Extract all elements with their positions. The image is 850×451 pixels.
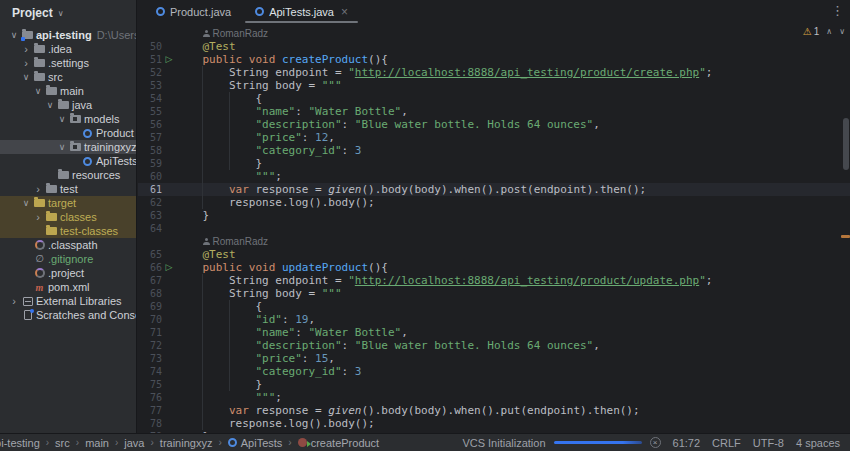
chevron-collapsed-icon[interactable]: › (8, 295, 20, 307)
editor-scrollbar[interactable] (843, 118, 849, 170)
line-number: 75 (138, 379, 162, 390)
code-line[interactable]: 56 "description": "Blue water bottle. Ho… (138, 118, 850, 131)
breadcrumb-src[interactable]: src (55, 437, 70, 449)
code-line[interactable]: 55 "name": "Water Bottle", (138, 105, 850, 118)
run-test-icon[interactable]: ▷ (162, 261, 176, 274)
run-test-icon[interactable]: ▷ (162, 53, 176, 66)
vcs-progress-widget[interactable]: VCS Initialization × (462, 437, 660, 449)
tree-item-classes[interactable]: ›classes (0, 210, 136, 224)
encoding-widget[interactable]: UTF-8 (753, 437, 784, 449)
code-line[interactable]: 60 """; (138, 170, 850, 183)
tree-item-trainingxyz[interactable]: ∨trainingxyz (0, 140, 136, 154)
caret-position-widget[interactable]: 61:72 (673, 437, 701, 449)
code-line[interactable]: 77 var response = given().body(body).whe… (138, 404, 850, 417)
close-icon[interactable]: × (341, 5, 348, 19)
breadcrumb-java[interactable]: java (124, 437, 144, 449)
tree-item-product[interactable]: Product (0, 126, 136, 140)
code-line[interactable]: 74 "category_id": 3 (138, 365, 850, 378)
tree-item-src[interactable]: ∨src (0, 70, 136, 84)
code-line[interactable]: 62 response.log().body(); (138, 196, 850, 209)
line-ending-widget[interactable]: CRLF (712, 437, 741, 449)
tree-item-apitests[interactable]: ApiTests (0, 154, 136, 168)
tree-item-api-testing[interactable]: ∨api-testingD:\Users\User\e (0, 28, 136, 42)
chevron-expanded-icon[interactable]: ∨ (56, 114, 68, 124)
chevron-collapsed-icon[interactable]: › (20, 43, 32, 55)
code-line[interactable]: 72 "description": "Blue water bottle. Ho… (138, 339, 850, 352)
inspections-widget[interactable]: ⚠ 1 ∧ ∨ (803, 26, 845, 37)
tree-item-scratches-and-consoles[interactable]: Scratches and Consoles (0, 308, 136, 322)
code-line[interactable]: 61 var response = given().body(body).whe… (138, 183, 850, 196)
code-line[interactable]: 68 String body = """ (138, 287, 850, 300)
chevron-expanded-icon[interactable]: ∨ (32, 86, 44, 96)
tree-item-test[interactable]: ›test (0, 182, 136, 196)
tree-item-project[interactable]: .project (0, 266, 136, 280)
tree-item-test-classes[interactable]: test-classes (0, 224, 136, 238)
tab-apitests-java[interactable]: ApiTests.java× (243, 0, 360, 23)
breadcrumb-createproduct[interactable]: createProduct (298, 437, 379, 449)
tree-item-main[interactable]: ∨main (0, 84, 136, 98)
chevron-expanded-icon[interactable]: ∨ (20, 198, 32, 208)
code-line[interactable]: 71 "name": "Water Bottle", (138, 326, 850, 339)
more-options-icon[interactable]: ⋮ (831, 3, 844, 18)
code-area[interactable]: RomanRadz50 @Test51▷ public void createP… (138, 23, 850, 433)
code-line[interactable]: 53 String body = """ (138, 79, 850, 92)
code-line[interactable]: 78 response.log().body(); (138, 417, 850, 430)
next-issue-icon[interactable]: ∨ (839, 27, 845, 36)
code-line[interactable]: 76 """; (138, 391, 850, 404)
folder-icon (46, 185, 57, 193)
breadcrumb-trainingxyz[interactable]: trainingxyz (160, 437, 213, 449)
code-line[interactable]: 58 "category_id": 3 (138, 144, 850, 157)
scrollbar-change-mark[interactable] (841, 235, 850, 238)
indent-widget[interactable]: 4 spaces (796, 437, 840, 449)
breadcrumb-api-testing[interactable]: api-testing (0, 437, 40, 449)
tab-product-java[interactable]: Product.java (144, 0, 243, 23)
chevron-expanded-icon[interactable]: ∨ (56, 142, 68, 152)
tree-item-external-libraries[interactable]: ›External Libraries (0, 294, 136, 308)
folder-icon (46, 227, 57, 235)
code-line[interactable]: 73 "price": 15, (138, 352, 850, 365)
chevron-collapsed-icon[interactable]: › (32, 183, 44, 195)
code-line[interactable]: 54 { (138, 92, 850, 105)
warning-indicator[interactable]: ⚠ 1 (803, 26, 820, 37)
code-line[interactable]: 75 } (138, 378, 850, 391)
tree-item-target[interactable]: ∨target (0, 196, 136, 210)
cancel-progress-icon[interactable]: × (650, 437, 661, 448)
tree-item-classpath[interactable]: .classpath (0, 238, 136, 252)
chevron-expanded-icon[interactable]: ∨ (20, 72, 32, 82)
tree-item-models[interactable]: ∨models (0, 112, 136, 126)
project-panel-header[interactable]: Project ∨ (0, 0, 136, 26)
previous-issue-icon[interactable]: ∧ (826, 27, 832, 36)
chevron-expanded-icon[interactable]: ∨ (8, 30, 20, 40)
code-line[interactable]: 65 @Test (138, 248, 850, 261)
code-line[interactable]: 52 String endpoint = "http://localhost:8… (138, 66, 850, 79)
author-annotation[interactable]: RomanRadz (203, 28, 269, 39)
code-line[interactable]: 64 (138, 222, 850, 235)
tree-item-pom-xml[interactable]: mpom.xml (0, 280, 136, 294)
tree-item-resources[interactable]: resources (0, 168, 136, 182)
chevron-expanded-icon[interactable]: ∨ (44, 100, 56, 110)
author-annotation[interactable]: RomanRadz (203, 236, 269, 247)
code-line[interactable]: 63 } (138, 209, 850, 222)
tree-item-icon-slot (32, 268, 47, 278)
code-line[interactable]: 59 } (138, 157, 850, 170)
chevron-collapsed-icon[interactable]: › (32, 211, 44, 223)
tree-item-settings[interactable]: ›.settings (0, 56, 136, 70)
breadcrumb-apitests[interactable]: ApiTests (228, 437, 283, 449)
code-line[interactable]: 57 "price": 12, (138, 131, 850, 144)
tree-item-gitignore[interactable]: ∅.gitignore (0, 252, 136, 266)
code-line[interactable]: 50 @Test (138, 40, 850, 53)
tree-item-idea[interactable]: ›.idea (0, 42, 136, 56)
line-number: 69 (138, 301, 162, 312)
chevron-collapsed-icon[interactable]: › (20, 57, 32, 69)
code-line[interactable]: 51▷ public void createProduct(){ (138, 53, 850, 66)
folder-icon (46, 87, 57, 95)
code-line[interactable]: 69 { (138, 300, 850, 313)
code-line[interactable]: 70 "id": 19, (138, 313, 850, 326)
breadcrumb-main[interactable]: main (85, 437, 109, 449)
breadcrumb-separator-icon: › (151, 437, 154, 448)
tree-item-java[interactable]: ∨java (0, 98, 136, 112)
code-line[interactable]: 66▷ public void updateProduct(){ (138, 261, 850, 274)
code-line[interactable]: 67 String endpoint = "http://localhost:8… (138, 274, 850, 287)
breadcrumb-separator-icon: › (288, 437, 291, 448)
line-number: 65 (138, 249, 162, 260)
